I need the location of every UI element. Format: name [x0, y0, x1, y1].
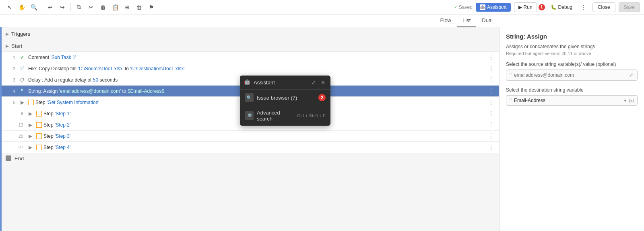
- triggers-label: Triggers: [11, 31, 30, 37]
- more-btn[interactable]: ⋮: [578, 2, 589, 13]
- hand-tool-btn[interactable]: ✋: [16, 2, 27, 13]
- cut-btn[interactable]: ✂: [85, 2, 97, 13]
- dest-select-arrow: ▼: [623, 98, 627, 103]
- popup-expand-btn[interactable]: ⤢: [310, 80, 317, 86]
- row-text-20: Step 'Step 3': [43, 133, 487, 139]
- flow-editor: ▶ Triggers Drag a trigger here... ▶ Star…: [0, 27, 499, 231]
- dest-label: Select the destination string variable: [506, 87, 638, 93]
- tab-dual[interactable]: Dual: [476, 14, 498, 27]
- popup-item-advanced-search[interactable]: 🔎 Advanced search Ctrl + Shift + F: [240, 106, 330, 126]
- row-icon-6: ▶: [27, 110, 34, 117]
- row-num-2: 2: [6, 66, 15, 71]
- row-icon-2: 📄: [19, 65, 26, 72]
- search-btn[interactable]: 🔍: [28, 2, 39, 13]
- bug-icon: 🐛: [551, 4, 557, 10]
- undo-btn[interactable]: ↩: [45, 2, 56, 13]
- row-num-1: 1: [6, 55, 15, 60]
- row-icon-5b: [28, 100, 34, 105]
- popup-header: 🤖 Assistant ⤢ ✕: [240, 76, 330, 90]
- issue-browser-label: Issue browser (7): [257, 95, 316, 101]
- debug-button[interactable]: 🐛 Debug: [548, 3, 575, 12]
- row-icon-13b: [36, 122, 42, 128]
- robot-icon: 🤖: [480, 4, 485, 10]
- dest-select-row: " Email-Address ▼ {x}: [506, 95, 638, 106]
- save-button[interactable]: Save: [619, 2, 640, 12]
- advanced-search-label: Advanced search: [257, 110, 297, 122]
- close-button[interactable]: Close: [592, 2, 615, 12]
- toolbar-left: ↖ ✋ 🔍 ↩ ↪ ⧉ ✂ 🗑 📋 ⊕ 🗑 ⚑: [4, 2, 454, 13]
- row-menu-5[interactable]: ⋮: [487, 98, 495, 106]
- check-icon: ✓: [454, 4, 458, 10]
- end-icon: [6, 155, 11, 161]
- row-text-1: Comment 'Sub Task 1': [28, 55, 487, 60]
- row-menu-4[interactable]: ⋮: [487, 87, 495, 95]
- add-btn[interactable]: ⊕: [122, 2, 133, 13]
- row-num-4: 4: [6, 89, 15, 94]
- toolbar-right: ✓ Saved 🤖 Assistant ▶ Run 1 🐛 Debug ⋮ Cl…: [454, 2, 640, 13]
- tab-list[interactable]: List: [457, 14, 476, 27]
- start-label: Start: [11, 43, 22, 49]
- row-num-27: 27: [14, 145, 23, 150]
- popup-close-btn[interactable]: ✕: [320, 80, 326, 86]
- row-num-6: 6: [14, 111, 23, 116]
- row-icon-20b: [36, 133, 42, 139]
- toolbar: ↖ ✋ 🔍 ↩ ↪ ⧉ ✂ 🗑 📋 ⊕ 🗑 ⚑ ✓ Saved 🤖 Assist…: [0, 0, 644, 14]
- popup-header-btns: ⤢ ✕: [310, 80, 326, 86]
- row-icon-1: ✔: [19, 54, 26, 61]
- row-menu-13[interactable]: ⋮: [487, 121, 495, 129]
- flow-row-27[interactable]: 27 ▶ Step 'Step 4' ⋮: [2, 141, 499, 153]
- row-icon-27b: [36, 145, 42, 150]
- advanced-search-shortcut: Ctrl + Shift + F: [297, 113, 326, 118]
- paste-btn[interactable]: 📋: [109, 2, 121, 13]
- issue-browser-badge: 2: [318, 94, 326, 101]
- dest-quote-icon: ": [510, 97, 512, 104]
- row-icon-27: ▶: [27, 144, 34, 151]
- source-input[interactable]: [514, 72, 628, 78]
- assistant-button[interactable]: 🤖 Assistant: [476, 3, 511, 12]
- assistant-popup: 🤖 Assistant ⤢ ✕ 🔍 Issue browser (7) 2 🔎 …: [240, 76, 330, 126]
- row-icon-13: ▶: [27, 121, 34, 129]
- popup-item-issue-browser[interactable]: 🔍 Issue browser (7) 2: [240, 90, 330, 106]
- delete-btn[interactable]: 🗑: [97, 2, 109, 13]
- redo-btn[interactable]: ↪: [57, 2, 68, 13]
- source-expand-btn[interactable]: ⤢: [628, 72, 634, 79]
- run-section: ▶ Run 1: [514, 2, 545, 12]
- issue-browser-icon: 🔍: [245, 93, 254, 102]
- triggers-section: ▶ Triggers: [2, 27, 499, 40]
- panel-desc: Assigns or concatenates the given string…: [506, 44, 638, 49]
- row-menu-3[interactable]: ⋮: [487, 76, 495, 84]
- row-menu-2[interactable]: ⋮: [487, 65, 495, 73]
- run-button[interactable]: ▶ Run: [514, 2, 537, 12]
- copy-btn[interactable]: ⧉: [73, 2, 85, 13]
- flow-row-1[interactable]: 1 ✔ Comment 'Sub Task 1' ⋮: [2, 51, 499, 63]
- row-menu-27[interactable]: ⋮: [487, 143, 495, 151]
- source-input-row: " ⤢: [506, 70, 638, 81]
- dest-xvar-btn[interactable]: {x}: [629, 98, 634, 103]
- row-icon-4: ": [19, 88, 26, 95]
- start-chevron[interactable]: ▶: [6, 44, 9, 48]
- flow-row-20[interactable]: 20 ▶ Step 'Step 3' ⋮: [2, 130, 499, 141]
- triggers-chevron[interactable]: ▶: [6, 32, 9, 36]
- saved-label: ✓ Saved: [454, 4, 473, 10]
- row-icon-5: ▶: [19, 99, 26, 106]
- row-num-5: 5: [6, 100, 15, 105]
- tab-flow[interactable]: Flow: [435, 14, 457, 27]
- dest-select[interactable]: Email-Address: [514, 98, 621, 103]
- sep2: [70, 3, 71, 11]
- trash-btn[interactable]: 🗑: [134, 2, 145, 13]
- flag-btn[interactable]: ⚑: [146, 2, 157, 13]
- run-badge: 1: [539, 4, 545, 10]
- popup-header-icon: 🤖: [244, 79, 251, 86]
- end-label: End: [14, 155, 24, 161]
- row-menu-6[interactable]: ⋮: [487, 110, 495, 118]
- play-icon: ▶: [518, 4, 522, 10]
- row-icon-6b: [36, 111, 42, 117]
- sep1: [42, 3, 42, 11]
- row-menu-20[interactable]: ⋮: [487, 132, 495, 140]
- popup-title: Assistant: [254, 80, 310, 86]
- start-section: ▶ Start: [2, 40, 499, 51]
- flow-row-2[interactable]: 2 📄 File: Copy Desktop file 'C:\Source\D…: [2, 63, 499, 74]
- row-icon-20: ▶: [27, 133, 34, 140]
- row-menu-1[interactable]: ⋮: [487, 53, 495, 61]
- pointer-tool-btn[interactable]: ↖: [4, 2, 15, 13]
